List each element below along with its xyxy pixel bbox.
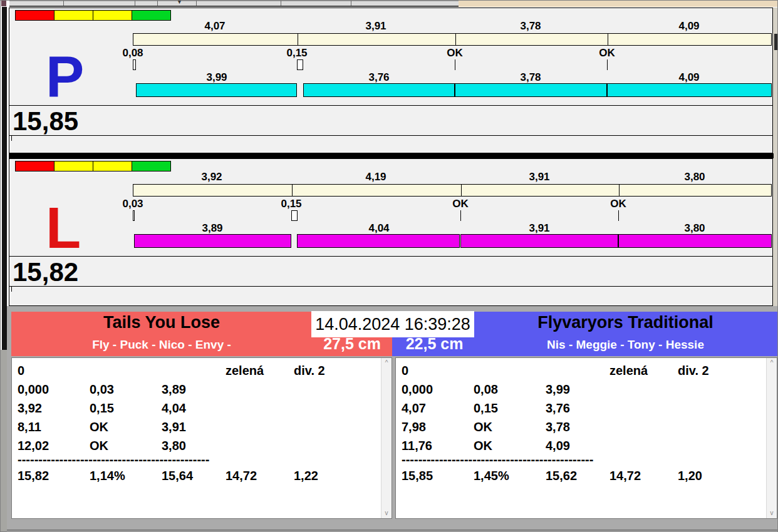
right-scroll-track[interactable]: [773, 8, 778, 306]
change-loss-label: 0,03: [108, 198, 158, 210]
background-toolbar: [9, 1, 459, 7]
crossing-segment-label: 3,80: [666, 171, 723, 183]
change-loss-cell: OK: [474, 419, 492, 434]
lane-panel-right: P 4,073,913,784,090,080,15OKOK3,993,763,…: [9, 8, 773, 153]
results-separator: ----------------------------------------…: [18, 452, 209, 467]
dog-time-bar: [297, 234, 460, 248]
dog-time-label: 4,04: [351, 222, 407, 235]
penalty-value: 0: [402, 363, 408, 378]
lane-total-time: 15,85: [13, 107, 78, 136]
traffic-light-segment: [15, 10, 54, 21]
change-loss-cell: 0,15: [474, 401, 498, 416]
division-label: div. 2: [678, 363, 709, 378]
dog-time-bar: [303, 83, 455, 97]
app-icon: [1, 1, 6, 6]
crossing-segment-label: 3,91: [348, 20, 404, 33]
lane-panel-left: L 3,924,193,913,800,030,15OKOK3,894,043,…: [9, 158, 773, 306]
total-cell: 1,22: [294, 468, 318, 483]
change-loss-cell: 0,08: [474, 382, 498, 397]
crossing-bar-divider: [455, 34, 456, 45]
crossing-time-cell: 0,000: [18, 382, 49, 397]
crossing-bar-divider: [292, 185, 293, 196]
lane-separator-line: [9, 105, 772, 106]
crossing-time-cell: 8,11: [18, 419, 41, 434]
toolbar-separator: [196, 1, 197, 6]
clock-datetime: 14.04.2024 16:39:28: [311, 311, 474, 337]
traffic-light-segment: [54, 10, 93, 21]
dog-time-cell: 4,09: [546, 438, 570, 453]
left-window-edge-lower: [1, 350, 7, 532]
total-cell: 14,72: [609, 468, 641, 483]
results-scrollbar[interactable]: ^ v: [381, 358, 392, 518]
lane-total-time: 15,82: [13, 258, 78, 287]
right-scroll-thumb[interactable]: [774, 34, 777, 50]
dog-time-cell: 3,80: [162, 438, 186, 453]
change-loss-label: OK: [430, 47, 480, 59]
total-cell: 14,72: [226, 468, 257, 483]
lane-letter: P: [46, 48, 84, 106]
scroll-down-icon[interactable]: v: [767, 508, 777, 518]
crossing-bar-divider: [608, 34, 608, 45]
change-ok-tick: [455, 59, 455, 70]
toolbar-separator: [135, 1, 135, 6]
change-loss-tick: [297, 59, 303, 70]
dog-time-cell: 3,78: [546, 419, 570, 434]
traffic-light-segment: [132, 10, 171, 21]
change-loss-cell: 0,15: [90, 401, 114, 416]
traffic-light-segment: [15, 161, 54, 171]
team-name: Flyvaryors Traditional: [474, 313, 777, 332]
crossing-times-bar: [133, 33, 772, 46]
traffic-light-segment: [132, 161, 171, 171]
total-cell: 15,82: [18, 468, 49, 483]
results-scrollbar[interactable]: ^ v: [766, 358, 777, 518]
change-loss-label: OK: [435, 198, 485, 210]
team-name: Tails You Lose: [11, 313, 312, 332]
team-results-text: 0zelenádiv. 20,0000,033,893,920,154,048,…: [12, 358, 381, 518]
crossing-time-cell: 7,98: [402, 419, 426, 434]
total-cell: 1,20: [678, 468, 702, 483]
toolbar-separator: [281, 1, 281, 6]
crossing-segment-label: 3,78: [502, 20, 559, 33]
change-loss-cell: OK: [90, 438, 108, 453]
dog-time-label: 3,99: [189, 71, 245, 84]
dog-time-cell: 3,76: [546, 401, 570, 416]
lane-divider-bar: [9, 153, 774, 158]
lane-letter: L: [46, 199, 81, 257]
scroll-up-icon[interactable]: ^: [767, 358, 777, 368]
team-results-box-right: 0zelenádiv. 20,0000,083,994,070,153,767,…: [395, 357, 777, 519]
crossing-time-cell: 0,000: [402, 382, 433, 397]
change-loss-cell: 0,03: [90, 382, 114, 397]
background-window-tan-area: [459, 1, 778, 7]
crossing-time-cell: 3,92: [18, 401, 42, 416]
crossing-time-cell: 4,07: [402, 401, 426, 416]
scroll-down-icon[interactable]: v: [381, 508, 392, 518]
crossing-segment-label: 3,91: [511, 171, 568, 183]
lane-chart: 4,073,913,784,090,080,15OKOK3,993,763,78…: [133, 20, 772, 99]
traffic-light-segment: [93, 161, 132, 171]
dog-time-label: 3,78: [502, 71, 559, 84]
dog-time-bar: [134, 234, 291, 248]
results-separator: ----------------------------------------…: [402, 452, 593, 467]
dog-time-cell: 3,99: [546, 382, 570, 397]
change-loss-tick: [133, 210, 135, 221]
team-dogs: Fly - Puck - Nico - Envy -: [11, 338, 312, 352]
change-loss-tick: [291, 210, 298, 221]
change-loss-label: 0,08: [108, 47, 158, 59]
crossing-bar-divider: [298, 34, 298, 45]
total-cell: 15,62: [546, 468, 577, 483]
cursor-tick: [11, 136, 12, 141]
crossing-bar-divider: [461, 185, 462, 196]
dog-time-bar: [136, 83, 297, 97]
dog-time-bar: [455, 83, 607, 97]
scroll-up-icon[interactable]: ^: [381, 358, 392, 368]
dog-time-label: 3,76: [351, 71, 407, 84]
flag-color-label: zelená: [226, 363, 264, 378]
total-cell: 15,85: [402, 468, 433, 483]
jump-height-label: 27,5 cm: [312, 335, 392, 353]
traffic-light-segment: [93, 10, 132, 21]
cursor-tick: [11, 287, 12, 292]
flyball-timing-screen: ▼ P 4,073,913,784,090,080,15OKOK3,993,76…: [0, 0, 778, 532]
crossing-segment-label: 4,07: [187, 20, 243, 33]
crossing-segment-label: 4,19: [348, 171, 404, 183]
toolbar-separator: [157, 1, 158, 6]
